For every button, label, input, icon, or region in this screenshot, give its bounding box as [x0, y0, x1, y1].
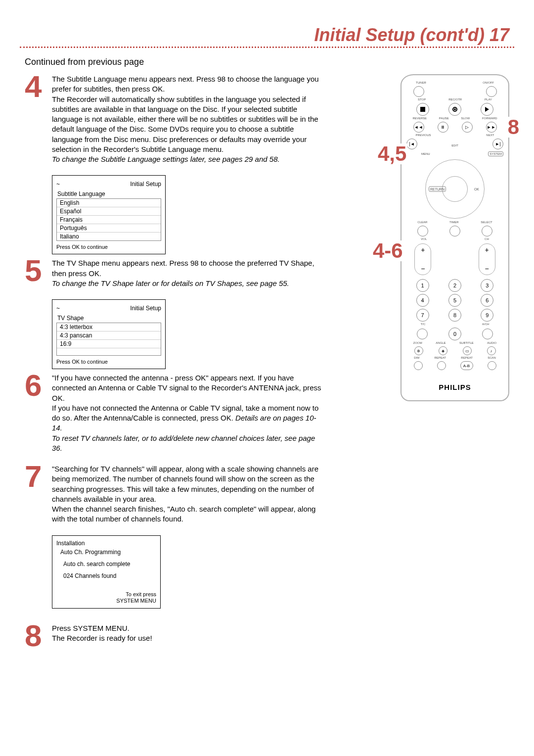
- lbl-ach: A/CH: [482, 323, 489, 326]
- previous-button[interactable]: |◄: [406, 139, 417, 149]
- return-button[interactable]: RETURN: [429, 187, 446, 192]
- osd-title: Initial Setup: [130, 181, 161, 188]
- rec-button[interactable]: [448, 103, 461, 116]
- lbl-ok: OK: [474, 188, 479, 191]
- osd-line: Auto ch. search complete: [56, 561, 156, 567]
- hint: To change the Subtitle Language settings…: [52, 155, 280, 163]
- lbl-sub: SUBTITLE: [459, 341, 474, 344]
- callout-4-6: 4-6: [372, 240, 404, 261]
- step-7: 7 "Searching for TV channels" will appea…: [25, 464, 326, 524]
- lbl-tuner: TUNER: [416, 81, 426, 84]
- lbl-timer: TIMER: [449, 221, 459, 224]
- text: "If you have connected the antenna - pre…: [52, 374, 321, 402]
- lbl-rec: REC/OTR: [448, 98, 462, 101]
- num-5[interactable]: 5: [448, 294, 461, 307]
- reverse-button[interactable]: ◄◄: [413, 122, 424, 133]
- lbl-rev: REVERSE: [412, 117, 427, 120]
- osd-item: Português: [57, 224, 161, 233]
- stop-button[interactable]: [416, 103, 429, 116]
- osd-header: Installation: [56, 540, 156, 547]
- num-6[interactable]: 6: [481, 294, 493, 307]
- slow-button[interactable]: ▷: [462, 122, 473, 133]
- ach-button[interactable]: [482, 329, 493, 339]
- angle-button[interactable]: ◈: [439, 346, 447, 355]
- osd-line: 024 Channels found: [56, 572, 156, 579]
- osd-footer: Press OK to continue: [56, 244, 161, 250]
- osd-item: 4:3 letterbox: [57, 323, 161, 331]
- osd-auto-search: Installation Auto Ch. Programming Auto c…: [52, 535, 161, 609]
- callout-8: 8: [507, 117, 520, 138]
- step-8: 8 Press SYSTEM MENU. The Recorder is rea…: [25, 623, 326, 648]
- osd-tv-shape: ~ Initial Setup TV Shape 4:3 letterbox 4…: [52, 299, 166, 369]
- repeat-button[interactable]: [437, 361, 446, 370]
- callout-4-5: 4,5: [377, 143, 407, 164]
- nav-pad[interactable]: RETURN OK: [425, 159, 485, 219]
- num-8[interactable]: 8: [448, 309, 461, 322]
- text: The Recorder is ready for use!: [52, 634, 152, 642]
- lbl-menu: MENU: [421, 152, 430, 155]
- hint: To reset TV channels later, or to add/de…: [52, 434, 315, 452]
- play-button[interactable]: [481, 103, 493, 116]
- osd-title: Initial Setup: [130, 305, 161, 312]
- text: The TV Shape menu appears next.: [52, 259, 169, 267]
- num-1[interactable]: 1: [416, 279, 429, 292]
- osd-item: Français: [57, 216, 161, 224]
- forward-button[interactable]: ►►: [486, 122, 497, 133]
- timer-button[interactable]: [449, 226, 460, 236]
- num-7[interactable]: 7: [416, 309, 429, 322]
- osd-subtitle-language: ~ Initial Setup Subtitle Language Englis…: [52, 175, 166, 254]
- num-9[interactable]: 9: [481, 309, 493, 322]
- text: Press 98: [169, 259, 198, 267]
- step-number: 7: [25, 464, 52, 524]
- pause-button[interactable]: II: [438, 122, 448, 133]
- num-4[interactable]: 4: [416, 294, 429, 307]
- osd-heading: Subtitle Language: [56, 190, 161, 197]
- lbl-edit: EDIT: [451, 144, 458, 147]
- lbl-select: SELECT: [481, 221, 492, 224]
- vol-rocker[interactable]: +−: [414, 243, 431, 275]
- lbl-system: SYSTEM: [488, 151, 503, 156]
- osd-tilde: ~: [56, 181, 60, 188]
- lbl-tc: T/C: [421, 323, 426, 326]
- osd-item: 16:9: [57, 340, 161, 348]
- osd-item: 4:3 panscan: [57, 331, 161, 340]
- osd-exit: To exit press: [126, 591, 156, 597]
- audio-button[interactable]: ♪: [487, 346, 496, 355]
- scan-button[interactable]: [488, 361, 496, 370]
- lbl-play: PLAY: [485, 98, 492, 101]
- osd-tilde: ~: [56, 305, 60, 312]
- lbl-slow: SLOW: [461, 117, 470, 120]
- remote-wrap: 8 4,5 4-6 TUNERON/OFF STOPREC/OTRPLAY: [400, 74, 509, 401]
- lbl-scan: SCAN: [488, 356, 496, 359]
- zoom-button[interactable]: ⊕: [414, 346, 423, 355]
- onoff-button[interactable]: [486, 86, 497, 97]
- divider: [20, 47, 514, 48]
- dim-button[interactable]: [414, 361, 423, 370]
- continued-note: Continued from previous page: [25, 57, 514, 67]
- subtitle-button[interactable]: ▭: [463, 346, 472, 355]
- lbl-pause: PAUSE: [439, 117, 449, 120]
- text: The Recorder will automatically show sub…: [52, 95, 318, 153]
- text: When the channel search finishes, "Auto …: [52, 505, 315, 523]
- osd-item: English: [57, 199, 161, 207]
- text: The Subtitle Language menu appears next.: [52, 75, 196, 83]
- lbl-ch: CH: [485, 237, 489, 240]
- osd-footer: Press OK to continue: [56, 359, 161, 365]
- tuner-button[interactable]: [413, 86, 424, 97]
- clear-button[interactable]: [417, 226, 428, 236]
- next-button[interactable]: ►|: [492, 139, 503, 149]
- lbl-repeat2: REPEAT: [461, 356, 473, 359]
- num-2[interactable]: 2: [448, 279, 461, 292]
- num-0[interactable]: 0: [448, 328, 461, 340]
- osd-item-empty: [57, 348, 161, 355]
- lbl-next: NEXT: [486, 134, 494, 137]
- ch-rocker[interactable]: +−: [479, 243, 495, 275]
- text: "Searching for TV channels" will appear,…: [52, 465, 318, 503]
- osd-exit: SYSTEM MENU: [116, 598, 156, 604]
- step-5: 5 The TV Shape menu appears next. Press …: [25, 258, 326, 288]
- lbl-repeat: REPEAT: [434, 356, 446, 359]
- num-3[interactable]: 3: [481, 279, 493, 292]
- select-button[interactable]: [482, 226, 492, 236]
- repeat-ab-button[interactable]: A-B: [460, 361, 473, 370]
- tc-button[interactable]: [417, 329, 428, 339]
